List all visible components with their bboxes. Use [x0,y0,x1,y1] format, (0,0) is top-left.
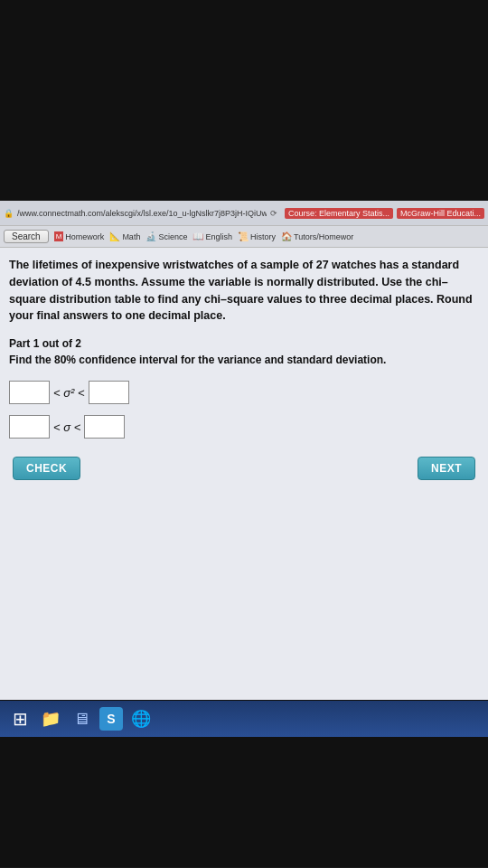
variance-inequality: < σ² < [53,386,85,400]
search-button[interactable]: Search [4,230,49,243]
english-label: English [205,232,232,241]
bookmark-math[interactable]: 📐 Math [109,231,140,241]
browser-window: 🔒 /www.connectmath.com/alekscgi/x/lsl.ex… [0,201,488,700]
science-label: Science [158,232,187,241]
bookmark-english[interactable]: 📖 English [192,231,232,241]
history-label: History [250,232,276,241]
bookmark-homework[interactable]: M Homework [54,231,105,241]
stddev-row: < σ < [9,415,479,439]
homework-label: Homework [65,232,104,241]
bookmarks-bar: Search M Homework 📐 Math 🔬 Science 📖 Eng… [0,226,488,248]
stddev-inequality: < σ < [53,420,80,434]
address-bar: 🔒 /www.connectmath.com/alekscgi/x/lsl.ex… [0,201,488,226]
browser-icon[interactable]: 🌐 [128,706,154,731]
next-button[interactable]: NEXT [418,457,475,480]
find-label: Find the 80% confidence interval for the… [9,354,479,366]
science-icon: 🔬 [145,231,156,241]
bookmark-tutors[interactable]: 🏠 Tutors/Homewor [281,231,353,241]
mcgraw-tab[interactable]: McGraw-Hill Educati... [397,208,484,219]
bookmark-science[interactable]: 🔬 Science [145,231,187,241]
lock-icon: 🔒 [4,209,14,218]
monitor-icon[interactable]: 🖥 [69,706,94,731]
part-label: Part 1 out of 2 [9,337,479,350]
variance-row: < σ² < [9,381,479,404]
top-black-bar [0,0,488,201]
tutors-label: Tutors/Homewor [294,232,353,241]
check-button[interactable]: CHECK [13,457,80,480]
bookmark-history[interactable]: 📜 History [238,231,276,241]
stddev-lower-input[interactable] [9,415,50,439]
variance-upper-input[interactable] [89,381,129,404]
stddev-upper-input[interactable] [84,415,125,439]
english-icon: 📖 [192,231,203,241]
buttons-row: CHECK NEXT [9,457,479,480]
folder-icon[interactable]: 📁 [38,706,63,731]
content-area: The lifetimes of inexpensive wristwatche… [0,248,488,700]
variance-lower-input[interactable] [9,381,50,404]
math-label: Math [122,232,140,241]
problem-text: The lifetimes of inexpensive wristwatche… [9,257,479,325]
taskbar: ⊞ 📁 🖥 S 🌐 [0,701,488,737]
math-icon: 📐 [109,231,120,241]
homework-icon: M [54,231,64,241]
refresh-icon[interactable]: ⟳ [270,209,277,218]
address-url[interactable]: /www.connectmath.com/alekscgi/x/lsl.exe/… [17,209,267,218]
s-icon[interactable]: S [99,707,123,731]
history-icon: 📜 [238,231,249,241]
tutors-icon: 🏠 [281,231,292,241]
start-icon[interactable]: ⊞ [7,706,33,731]
course-tab[interactable]: Course: Elementary Statis... [285,208,393,219]
